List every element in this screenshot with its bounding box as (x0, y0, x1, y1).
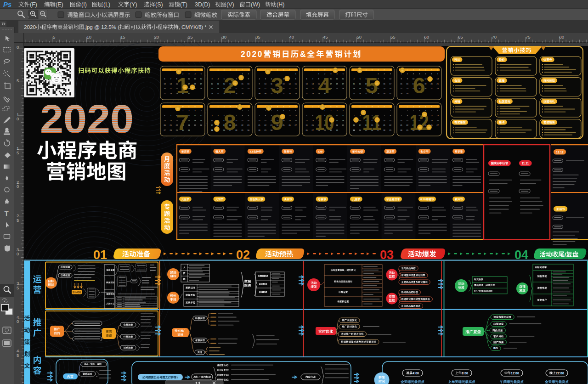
svg-text:28: 28 (288, 93, 290, 95)
svg-text:16: 16 (407, 83, 408, 85)
svg-text:23: 23 (248, 124, 249, 126)
svg-text:6: 6 (437, 110, 438, 112)
svg-text:15: 15 (241, 83, 243, 85)
svg-text:, CMYK/8) *: , CMYK/8) * (179, 24, 207, 30)
svg-text:&: & (497, 162, 499, 165)
svg-text:15: 15 (295, 83, 297, 85)
svg-text:18: 18 (336, 83, 338, 85)
svg-text:14: 14 (288, 83, 290, 85)
svg-text:(L): (L) (103, 1, 110, 8)
svg-text:10: 10 (359, 120, 361, 122)
svg-text:1: 1 (242, 73, 243, 75)
svg-text:70: 70 (492, 34, 497, 40)
svg-text:75: 75 (526, 34, 531, 40)
svg-text:7: 7 (401, 115, 401, 117)
svg-text:15: 15 (120, 34, 125, 40)
svg-text:21: 21 (170, 124, 172, 126)
svg-text:7: 7 (312, 78, 313, 80)
svg-text:25: 25 (194, 124, 196, 126)
svg-text:28: 28 (170, 130, 172, 131)
svg-text:14: 14 (170, 83, 172, 85)
svg-text:45: 45 (323, 34, 328, 40)
svg-text:6: 6 (312, 115, 313, 117)
svg-text:11: 11 (336, 78, 338, 80)
svg-text:55: 55 (390, 34, 396, 40)
svg-text:3: 3 (211, 78, 212, 80)
svg-text:25: 25 (342, 124, 344, 126)
svg-text:60: 60 (424, 34, 430, 40)
svg-text:26: 26 (342, 88, 344, 90)
svg-text:5: 5 (343, 73, 344, 75)
svg-text:24: 24 (359, 130, 361, 131)
svg-text:22: 22 (241, 124, 243, 126)
svg-text:22: 22 (407, 124, 408, 126)
svg-text:15: 15 (407, 120, 408, 122)
svg-text:11: 11 (194, 115, 196, 117)
svg-text:5: 5 (201, 110, 202, 112)
svg-text:2020: 2020 (24, 24, 36, 30)
svg-text:18: 18 (194, 83, 196, 85)
svg-text:29: 29 (400, 93, 402, 95)
svg-text:21: 21 (312, 88, 314, 90)
svg-text:19: 19 (288, 120, 290, 122)
svg-text:6: 6 (295, 110, 296, 112)
svg-text:21: 21 (400, 124, 402, 126)
svg-text:31: 31 (265, 93, 266, 95)
svg-text:2: 2 (248, 73, 249, 75)
svg-text:7: 7 (437, 73, 438, 75)
svg-text:18: 18 (217, 88, 219, 90)
svg-text:13: 13 (295, 115, 297, 117)
svg-text:9: 9 (271, 110, 283, 135)
svg-text:520: 520 (318, 150, 323, 153)
svg-text:(Y): (Y) (130, 1, 137, 8)
svg-text:8: 8 (224, 110, 236, 135)
svg-text:20: 20 (437, 120, 439, 122)
svg-text:6: 6 (413, 73, 425, 98)
svg-text:16: 16 (383, 83, 385, 85)
svg-text:(F): (F) (30, 1, 37, 8)
svg-text:25: 25 (336, 88, 338, 90)
svg-text:11: 11 (217, 83, 219, 85)
svg-text:0: 0 (17, 116, 19, 121)
svg-text:17: 17 (211, 124, 213, 126)
svg-text:20: 20 (430, 83, 432, 85)
svg-text:30: 30 (222, 34, 227, 40)
svg-text:30: 30 (248, 130, 249, 131)
svg-text:5: 5 (431, 110, 432, 112)
svg-text:12: 12 (359, 83, 361, 85)
svg-text:27: 27 (430, 88, 432, 90)
svg-text:30: 30 (353, 130, 355, 131)
svg-text:21: 21 (170, 88, 172, 90)
svg-text:13: 13 (164, 120, 165, 122)
svg-text:24: 24 (390, 88, 391, 90)
svg-text:(T): (T) (180, 1, 187, 8)
svg-text:4:00: 4:00 (413, 372, 419, 375)
svg-text:/: / (565, 251, 566, 258)
svg-text:5: 5 (17, 218, 19, 223)
svg-text:3: 3 (360, 115, 361, 117)
svg-text:19: 19 (200, 120, 202, 122)
svg-text:21: 21 (258, 124, 260, 126)
svg-text:4: 4 (218, 78, 219, 80)
svg-text:13: 13 (312, 120, 314, 122)
svg-text:50: 50 (357, 34, 362, 40)
svg-text:12: 12 (430, 115, 432, 117)
svg-text:(W): (W) (251, 1, 260, 8)
svg-text:22: 22 (241, 88, 243, 90)
svg-text:21: 21 (383, 124, 385, 126)
svg-text:3D(D): 3D(D) (195, 1, 210, 8)
svg-text:3: 3 (271, 73, 283, 98)
svg-text:31: 31 (336, 130, 338, 131)
svg-text:27: 27 (164, 130, 165, 131)
svg-text:31: 31 (390, 93, 391, 95)
svg-text:29: 29 (241, 130, 243, 131)
svg-text:1: 1 (265, 110, 266, 112)
svg-text:5: 5 (289, 110, 290, 112)
svg-text:30: 30 (258, 93, 260, 95)
svg-text:23: 23 (248, 88, 249, 90)
svg-text:8: 8 (265, 115, 266, 117)
svg-text:(I): (I) (81, 1, 87, 8)
svg-text:7: 7 (170, 115, 171, 117)
svg-text:9: 9 (384, 78, 384, 80)
svg-text:8:00: 8:00 (462, 372, 468, 375)
